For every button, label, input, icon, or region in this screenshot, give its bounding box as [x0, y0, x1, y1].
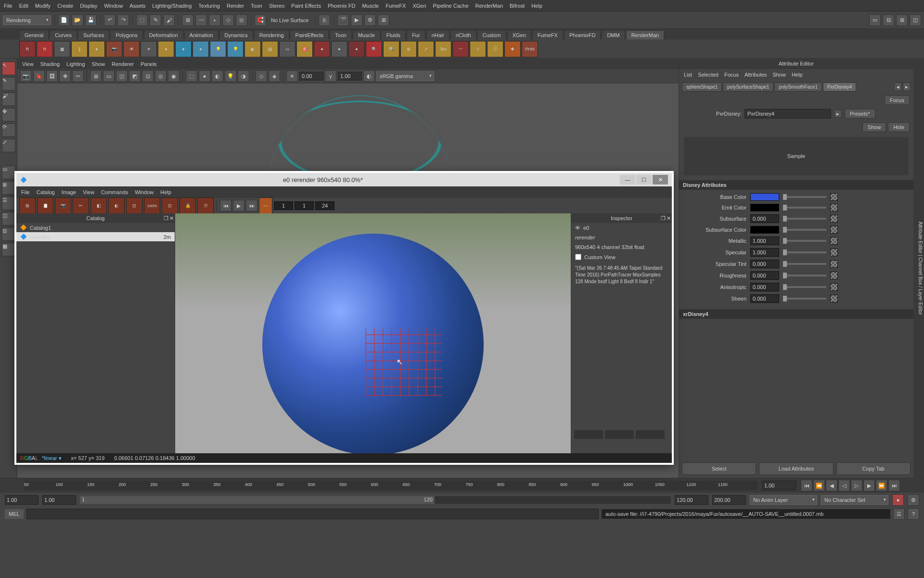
param-value-input[interactable]: [750, 294, 779, 303]
shelf-icon-1[interactable]: R: [37, 41, 53, 57]
close-button[interactable]: ✕: [653, 175, 668, 184]
param-slider[interactable]: [783, 275, 826, 276]
shelf-icon-25[interactable]: 〰: [452, 41, 469, 57]
shelf-tab-polygons[interactable]: Polygons: [110, 30, 142, 39]
catalog-undock-icon[interactable]: ❐: [164, 215, 168, 222]
inspector-undock-icon[interactable]: ❐: [661, 215, 666, 222]
new-scene-icon[interactable]: 📄: [58, 14, 70, 26]
side-panel-tabs[interactable]: Attribute Editor | Channel Box / Layer E…: [913, 59, 924, 478]
rotate-tool[interactable]: ⟳: [2, 123, 15, 137]
rt-play-icon[interactable]: ▶: [233, 200, 244, 211]
shelf-icon-15[interactable]: ▭: [279, 41, 295, 57]
insp-btn-3[interactable]: [636, 430, 665, 439]
shelf-icon-12[interactable]: 💡: [227, 41, 244, 57]
minimize-button[interactable]: —: [620, 175, 635, 184]
menu-render[interactable]: Render: [227, 3, 244, 9]
vp-smooth-icon[interactable]: ●: [199, 70, 210, 82]
map-button-icon[interactable]: [830, 283, 838, 291]
catalog-root-item[interactable]: 🔶 Catalog1: [16, 223, 175, 232]
vp-colorspace-dropdown[interactable]: sRGB gamma: [376, 71, 434, 81]
map-button-icon[interactable]: [830, 260, 838, 268]
shelf-tab-painteffects[interactable]: PaintEffects: [290, 30, 329, 39]
tab-scroll-left-icon[interactable]: ◂: [894, 82, 902, 91]
rt-pixel-icon[interactable]: ⊡: [126, 197, 142, 214]
lasso-tool[interactable]: ✎: [2, 77, 15, 91]
show-button[interactable]: Show: [862, 122, 886, 132]
shelf-icon-19[interactable]: ●: [348, 41, 365, 57]
rt-wipe-icon[interactable]: ◧: [90, 197, 107, 214]
vp-shadows-icon[interactable]: ◑: [238, 70, 249, 82]
shelf-icon-24[interactable]: Tex: [435, 41, 451, 57]
node-io-icon[interactable]: ▸: [834, 110, 842, 118]
insp-btn-2[interactable]: [605, 430, 634, 439]
menu-fumefx[interactable]: FumeFX: [385, 3, 406, 9]
param-value-input[interactable]: [750, 214, 779, 223]
lasso-icon[interactable]: ✎: [150, 14, 161, 26]
vp-gate-mask-icon[interactable]: ◩: [129, 70, 141, 82]
rt-catalog-icon[interactable]: 📋: [37, 197, 53, 214]
paint-select-tool[interactable]: 🖌: [2, 92, 15, 106]
shelf-icon-28[interactable]: ✚: [504, 41, 521, 57]
shelf-tab-muscle[interactable]: Muscle: [353, 30, 380, 39]
focus-button[interactable]: Focus: [885, 95, 910, 105]
vp-menu-lighting[interactable]: Lighting: [66, 61, 85, 67]
color-swatch[interactable]: [750, 226, 779, 234]
shelf-tab-curves[interactable]: Curves: [50, 30, 77, 39]
play-back-icon[interactable]: ◁: [838, 480, 850, 491]
menu-phoenixfd[interactable]: Phoenix FD: [328, 3, 355, 9]
rt-lock-icon[interactable]: 🔒: [180, 197, 196, 214]
vp-grid-icon[interactable]: ⊞: [90, 70, 102, 82]
command-line-input[interactable]: [26, 509, 599, 519]
scale-tool[interactable]: ⤢: [2, 139, 15, 152]
maximize-button[interactable]: ☐: [636, 175, 652, 184]
shelf-tab-xgen[interactable]: XGen: [507, 30, 531, 39]
catalog-close-icon[interactable]: ✕: [169, 215, 174, 222]
vp-gamma-input[interactable]: [338, 72, 362, 80]
vp-select-camera-icon[interactable]: 📷: [20, 70, 32, 82]
layout-single-icon[interactable]: ▭: [2, 166, 15, 179]
rt-frame-b-input[interactable]: [295, 201, 314, 210]
panel-layout-icon[interactable]: ⊞: [378, 14, 389, 26]
fw-menu-help[interactable]: Help: [160, 189, 171, 195]
rt-frame-first-icon[interactable]: ⏮: [220, 200, 231, 211]
shelf-icon-20[interactable]: 🔍: [366, 41, 382, 57]
custom-view-checkbox[interactable]: [575, 254, 581, 260]
fw-menu-commands[interactable]: Commands: [101, 189, 128, 195]
param-slider[interactable]: [783, 286, 826, 288]
rt-layout-icon[interactable]: ⊞: [19, 197, 36, 214]
map-button-icon[interactable]: [830, 237, 838, 245]
redo-icon[interactable]: ↷: [117, 14, 129, 26]
menu-muscle[interactable]: Muscle: [362, 3, 379, 9]
step-fwd-icon[interactable]: ▶: [863, 480, 875, 491]
fw-menu-view[interactable]: View: [83, 189, 94, 195]
load-attributes-button[interactable]: Load Attributes: [759, 462, 833, 475]
snap-point-icon[interactable]: •: [209, 14, 220, 26]
vp-2d-pan-icon[interactable]: ✥: [59, 70, 71, 82]
eye-icon[interactable]: 👁: [575, 225, 580, 231]
menu-help[interactable]: Help: [531, 3, 542, 9]
shelf-icon-29[interactable]: PHN: [522, 41, 538, 57]
shelf-tab-fluids[interactable]: Fluids: [381, 30, 406, 39]
param-value-input[interactable]: [750, 271, 779, 280]
fw-menu-image[interactable]: Image: [62, 189, 77, 195]
param-slider[interactable]: [783, 207, 826, 209]
param-slider[interactable]: [783, 229, 826, 231]
rt-channel-icon[interactable]: ◐: [108, 197, 125, 214]
attr-menu-selected[interactable]: Selected: [698, 72, 719, 78]
shelf-icon-27[interactable]: ⓘ: [487, 41, 503, 57]
shelf-tab-nhair[interactable]: nHair: [426, 30, 449, 39]
workspace-dropdown[interactable]: Rendering: [3, 15, 51, 25]
vp-field-chart-icon[interactable]: ⊡: [142, 70, 154, 82]
shelf-icon-11[interactable]: 💡: [210, 41, 226, 57]
shelf-icon-13[interactable]: ◐: [244, 41, 261, 57]
layout4-icon[interactable]: ◫: [910, 14, 921, 26]
render-view[interactable]: ↖: [175, 213, 571, 453]
node-name-input[interactable]: [744, 109, 831, 118]
map-button-icon[interactable]: [830, 204, 838, 211]
menu-lightingshading[interactable]: Lighting/Shading: [152, 3, 192, 9]
vp-res-gate-icon[interactable]: ◫: [116, 70, 128, 82]
tab-scroll-right-icon[interactable]: ▸: [903, 82, 911, 91]
catalog-render-item[interactable]: 🔷 rerender 2m: [16, 232, 175, 241]
shelf-icon-23[interactable]: ↗: [418, 41, 434, 57]
attr-tab-sphereshape1[interactable]: sphereShape1: [682, 82, 722, 92]
